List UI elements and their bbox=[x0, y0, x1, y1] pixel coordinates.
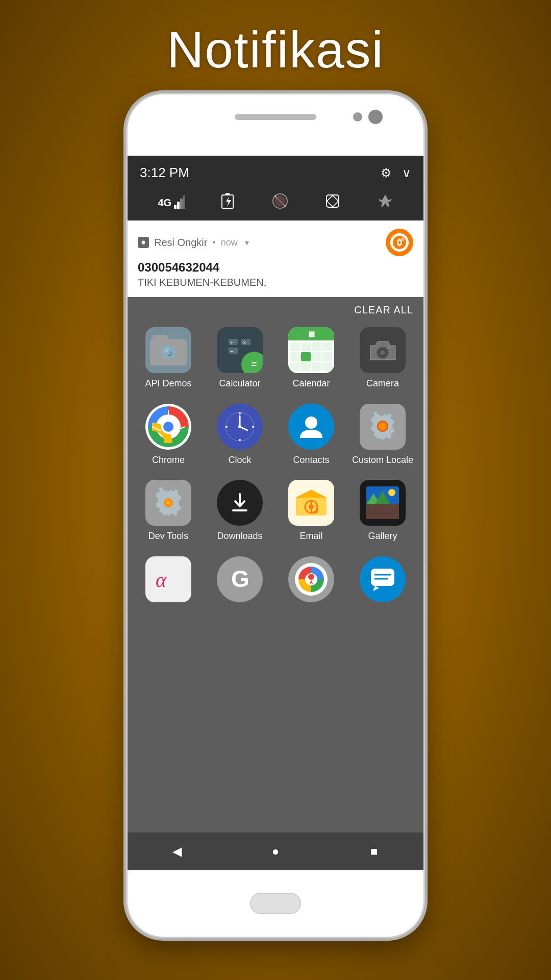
svg-point-38 bbox=[239, 412, 241, 414]
dev-tools-icon bbox=[145, 480, 191, 526]
apps-grid: ⚙️ API Demos = bbox=[128, 320, 423, 615]
svg-point-42 bbox=[238, 425, 241, 428]
app-item-cursive[interactable]: α bbox=[133, 549, 204, 615]
app-icon bbox=[138, 237, 149, 248]
app-drawer: CLEAR ALL ⚙️ bbox=[128, 297, 423, 832]
chrome-icon bbox=[145, 404, 191, 450]
api-demos-label: API Demos bbox=[145, 378, 191, 389]
app-item-google[interactable]: G bbox=[204, 549, 276, 615]
notification-app-name: Resi Ongkir bbox=[154, 237, 207, 249]
custom-locale-icon bbox=[360, 404, 406, 450]
svg-point-27 bbox=[387, 346, 390, 349]
tracking-number: 030054632044 bbox=[138, 260, 413, 275]
recents-button[interactable]: ■ bbox=[361, 839, 387, 864]
email-icon bbox=[288, 480, 334, 526]
svg-text:G: G bbox=[231, 566, 249, 592]
svg-point-43 bbox=[305, 416, 317, 429]
app-item-clock[interactable]: Clock bbox=[204, 397, 276, 473]
clear-all-button[interactable]: CLEAR ALL bbox=[354, 304, 413, 316]
custom-locale-label: Custom Locale bbox=[352, 455, 413, 466]
page-title: Notifikasi bbox=[167, 20, 384, 79]
svg-point-41 bbox=[252, 426, 254, 428]
front-camera bbox=[368, 110, 383, 124]
phone-frame: 3:12 PM ⚙ ∨ 4G bbox=[128, 94, 423, 937]
bottom-navigation: ◀ ● ■ bbox=[128, 832, 423, 870]
status-icons: ⚙ ∨ bbox=[381, 166, 411, 180]
settings-icon[interactable]: ⚙ bbox=[381, 166, 392, 180]
dropdown-icon[interactable]: ∨ bbox=[402, 166, 411, 180]
cursive-icon: α bbox=[145, 556, 191, 602]
svg-point-40 bbox=[226, 426, 228, 428]
app-item-api-demos[interactable]: ⚙️ API Demos bbox=[133, 320, 204, 397]
notification-time-value: now bbox=[221, 237, 238, 248]
app-item-maps[interactable] bbox=[276, 549, 347, 615]
camera-icon bbox=[360, 327, 406, 373]
signal-indicator: 4G bbox=[158, 195, 185, 209]
maps-icon bbox=[288, 556, 334, 602]
dnd-icon: 🚫 bbox=[272, 193, 288, 211]
clock-label: Clock bbox=[228, 455, 251, 466]
app-item-calendar[interactable]: ▦ bbox=[276, 320, 347, 397]
svg-text:α: α bbox=[156, 569, 167, 592]
svg-rect-13 bbox=[327, 195, 338, 207]
svg-text:×: × bbox=[243, 339, 246, 346]
notification-location: TIKI KEBUMEN-KEBUMEN, bbox=[138, 277, 413, 288]
rotate-icon bbox=[324, 193, 341, 211]
svg-point-47 bbox=[166, 501, 170, 505]
google-icon: G bbox=[217, 556, 263, 602]
svg-point-59 bbox=[388, 489, 395, 496]
notification-card[interactable]: Resi Ongkir • now ▾ bbox=[128, 220, 423, 297]
svg-rect-2 bbox=[180, 199, 183, 209]
phone-screen: 3:12 PM ⚙ ∨ 4G bbox=[128, 156, 423, 870]
clock-icon bbox=[217, 404, 263, 450]
gallery-label: Gallery bbox=[368, 531, 397, 542]
status-time: 3:12 PM bbox=[140, 165, 189, 181]
notification-header: Resi Ongkir • now ▾ bbox=[138, 229, 413, 256]
app-item-custom-locale[interactable]: Custom Locale bbox=[347, 397, 418, 473]
hangouts-icon bbox=[360, 556, 406, 602]
status-bar: 3:12 PM ⚙ ∨ bbox=[128, 156, 423, 188]
contacts-icon bbox=[288, 404, 334, 450]
svg-text:−: − bbox=[230, 348, 233, 354]
app-item-dev-tools[interactable]: Dev Tools bbox=[133, 473, 204, 549]
downloads-label: Downloads bbox=[217, 531, 262, 542]
back-button[interactable]: ◀ bbox=[164, 839, 190, 864]
quick-settings-bar: 4G bbox=[128, 188, 423, 220]
top-bezel bbox=[128, 94, 423, 156]
drawer-header: CLEAR ALL bbox=[128, 297, 423, 320]
app-item-contacts[interactable]: Contacts bbox=[276, 397, 347, 473]
svg-marker-7 bbox=[226, 197, 231, 207]
svg-rect-1 bbox=[177, 202, 180, 209]
svg-text:🚫: 🚫 bbox=[274, 195, 286, 207]
svg-point-30 bbox=[163, 422, 173, 432]
app-item-chrome[interactable]: Chrome bbox=[133, 397, 204, 473]
bottom-bezel bbox=[128, 870, 423, 937]
app-item-camera[interactable]: Camera bbox=[347, 320, 418, 397]
app-item-hangouts[interactable] bbox=[347, 549, 418, 615]
svg-point-26 bbox=[380, 350, 385, 355]
app-item-calculator[interactable]: = + × − Calculator bbox=[204, 320, 276, 397]
downloads-icon bbox=[217, 480, 263, 526]
svg-rect-0 bbox=[174, 205, 177, 209]
contacts-label: Contacts bbox=[293, 455, 329, 466]
svg-rect-68 bbox=[371, 569, 394, 586]
notification-time: • bbox=[212, 237, 215, 248]
calendar-label: Calendar bbox=[292, 378, 330, 389]
camera-label: Camera bbox=[366, 378, 399, 389]
svg-text:+: + bbox=[230, 339, 233, 346]
home-button[interactable]: ● bbox=[263, 839, 288, 864]
airplane-icon bbox=[377, 193, 393, 211]
app-item-email[interactable]: Email bbox=[276, 473, 347, 549]
svg-rect-3 bbox=[183, 195, 185, 209]
physical-home-button[interactable] bbox=[250, 893, 301, 914]
svg-point-45 bbox=[380, 424, 385, 429]
app-item-downloads[interactable]: Downloads bbox=[204, 473, 276, 549]
calculator-icon: = + × − bbox=[217, 327, 263, 373]
calendar-icon: ▦ bbox=[288, 327, 334, 373]
battery-icon bbox=[221, 193, 236, 211]
notification-dropdown-icon[interactable]: ▾ bbox=[245, 238, 249, 248]
svg-point-15 bbox=[142, 241, 145, 244]
svg-point-66 bbox=[308, 574, 314, 580]
app-item-gallery[interactable]: Gallery bbox=[347, 473, 418, 549]
speaker-grill bbox=[235, 114, 316, 120]
